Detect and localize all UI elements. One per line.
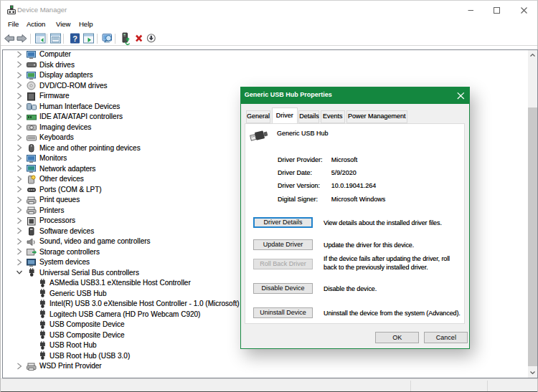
svg-text:?: ? bbox=[72, 34, 77, 43]
